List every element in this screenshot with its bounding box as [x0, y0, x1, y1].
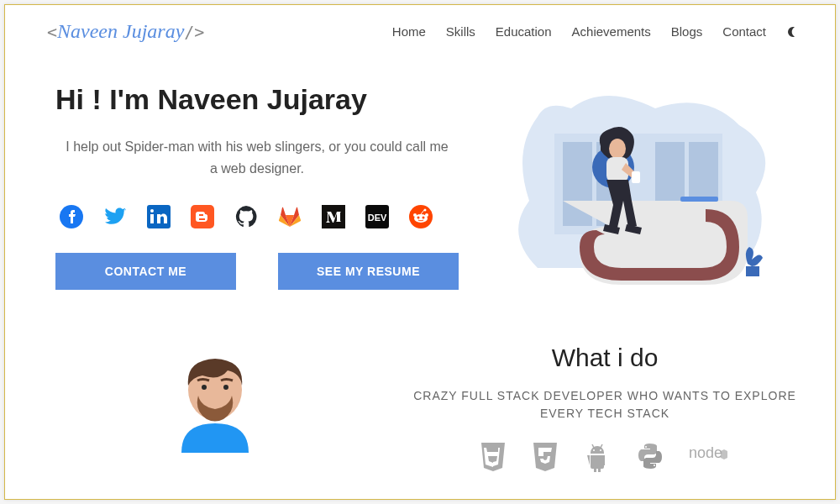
svg-point-11	[413, 213, 417, 217]
tech-icons: node	[408, 441, 801, 476]
nav: Home Skills Education Achievements Blogs…	[392, 24, 801, 39]
html5-icon	[479, 441, 507, 476]
whatido-title: What i do	[408, 344, 801, 372]
header: <Naveen Jujaray/> Home Skills Education …	[5, 5, 835, 58]
svg-point-8	[417, 217, 420, 219]
svg-line-30	[601, 444, 602, 448]
svg-rect-18	[680, 197, 718, 202]
css3-icon	[531, 441, 559, 476]
svg-point-27	[593, 449, 595, 451]
contact-button[interactable]: CONTACT ME	[55, 253, 236, 290]
dark-mode-toggle[interactable]	[786, 24, 801, 39]
svg-rect-22	[632, 171, 640, 183]
nav-home[interactable]: Home	[392, 24, 426, 39]
logo-text: Naveen Jujaray	[57, 20, 184, 42]
hero-illustration	[487, 83, 790, 318]
svg-point-9	[423, 217, 425, 219]
linkedin-icon[interactable]	[146, 204, 171, 229]
svg-text:DEV: DEV	[368, 213, 387, 223]
python-icon	[635, 441, 665, 476]
avatar-illustration	[160, 344, 270, 453]
logo[interactable]: <Naveen Jujaray/>	[47, 20, 204, 43]
hero-section: Hi ! I'm Naveen Jujaray I help out Spide…	[5, 58, 835, 327]
nav-education[interactable]: Education	[496, 24, 552, 39]
svg-point-20	[609, 139, 626, 159]
svg-point-25	[202, 385, 207, 390]
reddit-icon[interactable]	[408, 204, 433, 229]
svg-point-26	[223, 385, 228, 390]
nav-contact[interactable]: Contact	[722, 24, 766, 39]
facebook-icon[interactable]	[59, 204, 84, 229]
medium-icon[interactable]	[321, 204, 346, 229]
nav-skills[interactable]: Skills	[446, 24, 475, 39]
moon-icon	[786, 25, 800, 39]
dev-icon[interactable]: DEV	[365, 204, 390, 229]
nav-achievements[interactable]: Achievements	[572, 24, 651, 39]
node-icon: node	[689, 441, 731, 476]
hero-subtitle: I help out Spider-man with his web sling…	[55, 136, 459, 179]
svg-text:node: node	[689, 444, 722, 461]
svg-rect-23	[746, 266, 759, 276]
gitlab-icon[interactable]	[277, 204, 302, 229]
svg-point-10	[425, 213, 428, 217]
hero-title: Hi ! I'm Naveen Jujaray	[55, 83, 459, 116]
whatido-subtitle: CRAZY FULL STACK DEVELOPER WHO WANTS TO …	[408, 387, 801, 423]
svg-point-28	[600, 449, 601, 451]
github-icon[interactable]	[234, 204, 259, 229]
blogger-icon[interactable]	[190, 204, 215, 229]
whatido-section: What i do CRAZY FULL STACK DEVELOPER WHO…	[5, 327, 835, 476]
twitter-icon[interactable]	[102, 204, 128, 229]
social-links: DEV	[55, 204, 459, 229]
resume-button[interactable]: SEE MY RESUME	[278, 253, 459, 290]
android-icon	[583, 441, 612, 476]
svg-line-29	[592, 444, 594, 448]
nav-blogs[interactable]: Blogs	[671, 24, 703, 39]
